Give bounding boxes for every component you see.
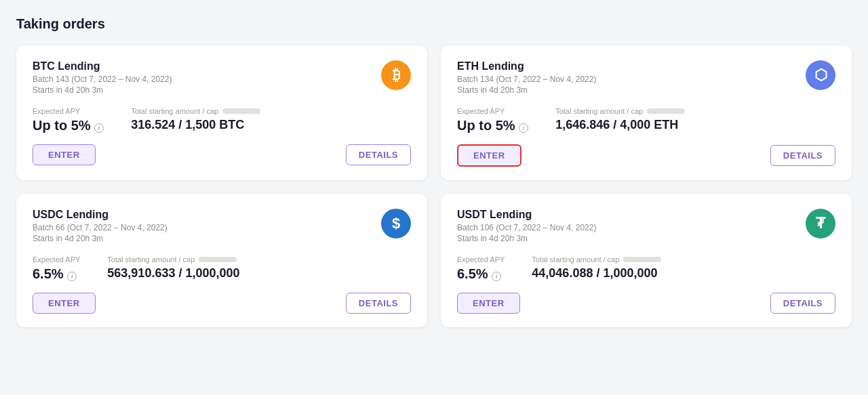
details-button-eth[interactable]: DETAILS (770, 145, 835, 166)
card-batch-usdt: Batch 106 (Oct 7, 2022 – Nov 4, 2022) (457, 223, 596, 232)
coin-icon-usdt: ₮ (806, 209, 835, 238)
card-title-btc: BTC Lending (33, 60, 172, 72)
info-icon-usdt[interactable]: i (492, 272, 501, 281)
apy-label-usdc: Expected APY (33, 255, 80, 264)
cap-value-usdt: 44,046.088 / 1,000,000 (532, 266, 661, 280)
card-info-eth: ETH Lending Batch 134 (Oct 7, 2022 – Nov… (457, 60, 596, 95)
stat-cap-usdc: Total starting amount / cap 563,910.633 … (107, 255, 239, 282)
card-actions-usdt: ENTER DETAILS (457, 293, 835, 314)
stat-cap-usdt: Total starting amount / cap 44,046.088 /… (532, 255, 661, 282)
enter-button-btc[interactable]: ENTER (33, 144, 96, 165)
info-icon-eth[interactable]: i (519, 123, 528, 133)
coin-icon-eth: ⬡ (806, 60, 835, 90)
card-stats-btc: Expected APY Up to 5% i Total starting a… (33, 107, 411, 133)
info-icon-usdc[interactable]: i (67, 272, 77, 281)
stat-apy-usdt: Expected APY 6.5% i (457, 255, 505, 282)
card-title-eth: ETH Lending (457, 60, 596, 72)
stat-apy-btc: Expected APY Up to 5% i (33, 107, 104, 133)
cap-value-usdc: 563,910.633 / 1,000,000 (107, 266, 239, 280)
card-title-usdc: USDC Lending (33, 209, 167, 221)
coin-icon-usdc: $ (381, 209, 411, 238)
card-info-usdc: USDC Lending Batch 66 (Oct 7, 2022 – Nov… (33, 209, 167, 243)
apy-value-eth: Up to 5% i (457, 118, 528, 133)
stat-apy-usdc: Expected APY 6.5% i (33, 255, 80, 282)
info-icon-btc[interactable]: i (94, 123, 104, 133)
cap-label-usdt: Total starting amount / cap (532, 255, 661, 264)
card-starts-eth: Starts in 4d 20h 3m (457, 85, 596, 95)
card-header-usdc: USDC Lending Batch 66 (Oct 7, 2022 – Nov… (33, 209, 411, 243)
card-actions-btc: ENTER DETAILS (33, 144, 411, 165)
card-eth: ETH Lending Batch 134 (Oct 7, 2022 – Nov… (441, 45, 852, 180)
cap-value-btc: 316.524 / 1,500 BTC (131, 118, 260, 132)
coin-icon-btc: ₿ (381, 60, 411, 90)
apy-label-btc: Expected APY (33, 107, 104, 115)
cap-label-btc: Total starting amount / cap (131, 107, 260, 115)
enter-button-usdt[interactable]: ENTER (457, 293, 520, 314)
card-info-usdt: USDT Lending Batch 106 (Oct 7, 2022 – No… (457, 209, 596, 243)
card-batch-usdc: Batch 66 (Oct 7, 2022 – Nov 4, 2022) (33, 223, 167, 232)
card-starts-usdc: Starts in 4d 20h 3m (33, 234, 167, 243)
card-usdt: USDT Lending Batch 106 (Oct 7, 2022 – No… (441, 194, 852, 327)
apy-value-usdc: 6.5% i (33, 266, 80, 282)
progress-track-btc (222, 108, 260, 114)
enter-button-usdc[interactable]: ENTER (33, 293, 96, 314)
card-header-usdt: USDT Lending Batch 106 (Oct 7, 2022 – No… (457, 209, 835, 243)
card-stats-usdt: Expected APY 6.5% i Total starting amoun… (457, 255, 835, 282)
card-header-eth: ETH Lending Batch 134 (Oct 7, 2022 – Nov… (457, 60, 835, 95)
cards-grid: BTC Lending Batch 143 (Oct 7, 2022 – Nov… (16, 45, 852, 327)
cap-value-eth: 1,646.846 / 4,000 ETH (555, 118, 685, 132)
card-starts-usdt: Starts in 4d 20h 3m (457, 234, 596, 243)
card-batch-btc: Batch 143 (Oct 7, 2022 – Nov 4, 2022) (33, 75, 172, 84)
apy-value-btc: Up to 5% i (33, 118, 104, 133)
card-btc: BTC Lending Batch 143 (Oct 7, 2022 – Nov… (16, 45, 427, 180)
progress-wrap-btc (222, 108, 260, 114)
details-button-btc[interactable]: DETAILS (346, 144, 411, 165)
stat-cap-btc: Total starting amount / cap 316.524 / 1,… (131, 107, 260, 133)
card-title-usdt: USDT Lending (457, 209, 596, 221)
card-actions-usdc: ENTER DETAILS (33, 293, 411, 314)
card-starts-btc: Starts in 4d 20h 3m (33, 85, 172, 95)
card-actions-eth: ENTER DETAILS (457, 144, 835, 167)
details-button-usdt[interactable]: DETAILS (770, 293, 835, 314)
card-stats-usdc: Expected APY 6.5% i Total starting amoun… (33, 255, 411, 282)
card-info-btc: BTC Lending Batch 143 (Oct 7, 2022 – Nov… (33, 60, 172, 95)
progress-wrap-usdt (623, 257, 661, 262)
progress-track-eth (647, 108, 685, 114)
card-usdc: USDC Lending Batch 66 (Oct 7, 2022 – Nov… (16, 194, 427, 327)
progress-wrap-eth (647, 108, 685, 114)
card-batch-eth: Batch 134 (Oct 7, 2022 – Nov 4, 2022) (457, 75, 596, 84)
progress-wrap-usdc (199, 257, 237, 262)
card-header-btc: BTC Lending Batch 143 (Oct 7, 2022 – Nov… (33, 60, 411, 95)
cap-label-usdc: Total starting amount / cap (107, 255, 239, 264)
progress-track-usdc (199, 257, 237, 262)
apy-label-usdt: Expected APY (457, 255, 505, 264)
card-stats-eth: Expected APY Up to 5% i Total starting a… (457, 107, 835, 133)
enter-button-eth[interactable]: ENTER (457, 144, 521, 167)
page-title: Taking orders (16, 16, 852, 32)
stat-apy-eth: Expected APY Up to 5% i (457, 107, 528, 133)
cap-label-eth: Total starting amount / cap (555, 107, 685, 115)
apy-label-eth: Expected APY (457, 107, 528, 115)
progress-track-usdt (623, 257, 661, 262)
apy-value-usdt: 6.5% i (457, 266, 505, 282)
stat-cap-eth: Total starting amount / cap 1,646.846 / … (555, 107, 685, 133)
details-button-usdc[interactable]: DETAILS (346, 293, 411, 314)
